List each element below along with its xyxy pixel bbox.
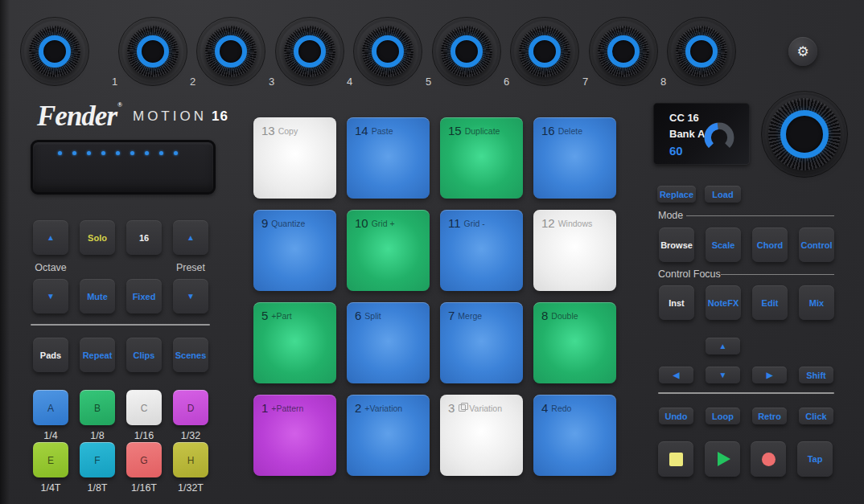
pad-count-button[interactable]: 16 bbox=[126, 220, 162, 255]
pad-3-copy-variation[interactable]: 3Variation bbox=[440, 395, 523, 476]
loop-button[interactable]: Loop bbox=[706, 408, 740, 424]
nav-left-button[interactable]: ◀ bbox=[659, 367, 693, 383]
knob-led-ring bbox=[137, 35, 169, 68]
right-arrow-icon: ▶ bbox=[767, 371, 773, 379]
panel-edge-shadow bbox=[0, 0, 10, 504]
record-button[interactable] bbox=[751, 441, 786, 477]
rate-pad-d[interactable]: D bbox=[173, 390, 208, 425]
knob-number-label: 2 bbox=[190, 76, 201, 88]
pad-14-paste[interactable]: 14Paste bbox=[347, 117, 430, 199]
focus-inst-button[interactable]: Inst bbox=[659, 285, 694, 320]
retro-button[interactable]: Retro bbox=[752, 408, 787, 424]
macro-knob-8[interactable] bbox=[667, 17, 736, 86]
mode-browse-button[interactable]: Browse bbox=[659, 227, 694, 262]
encoder-led-ring bbox=[780, 110, 829, 158]
shift-button[interactable]: Shift bbox=[799, 367, 833, 383]
down-arrow-icon: ▼ bbox=[719, 371, 727, 379]
rate-label: 1/32 bbox=[173, 430, 208, 441]
drum-pad-grid: 13Copy 14Paste 15Duplicate 16Delete 9Qua… bbox=[253, 117, 616, 476]
focus-edit-button[interactable]: Edit bbox=[752, 285, 788, 320]
mode-scale-button[interactable]: Scale bbox=[706, 227, 741, 262]
play-button[interactable] bbox=[705, 441, 740, 477]
led-display bbox=[31, 140, 216, 195]
click-button[interactable]: Click bbox=[799, 408, 833, 424]
macro-knob-2[interactable] bbox=[196, 17, 265, 86]
mode-control-button[interactable]: Control bbox=[799, 227, 834, 262]
fixed-button[interactable]: Fixed bbox=[126, 279, 162, 313]
rate-pad-h[interactable]: H bbox=[173, 442, 208, 477]
load-button[interactable]: Load bbox=[705, 186, 741, 203]
rate-pad-c[interactable]: C bbox=[126, 390, 162, 425]
pad-10-grid-plus[interactable]: 10Grid + bbox=[347, 210, 430, 291]
rate-pad-a[interactable]: A bbox=[33, 390, 68, 425]
macro-knob-3[interactable] bbox=[275, 17, 344, 86]
pad-16-delete[interactable]: 16Delete bbox=[533, 117, 616, 199]
preset-down-button[interactable]: ▼ bbox=[173, 279, 208, 313]
preset-up-button[interactable]: ▲ bbox=[173, 220, 208, 255]
knob-number-label: 1 bbox=[112, 76, 123, 88]
pad-2-add-variation[interactable]: 2+Variation bbox=[347, 395, 430, 476]
pad-9-quantize[interactable]: 9Quantize bbox=[253, 210, 336, 291]
pad-12-windows[interactable]: 12Windows bbox=[533, 210, 616, 291]
focus-notefx-button[interactable]: NoteFX bbox=[706, 285, 741, 320]
macro-knob-6[interactable] bbox=[510, 17, 579, 86]
pad-5-add-part[interactable]: 5+Part bbox=[253, 302, 336, 383]
rate-pad-g[interactable]: G bbox=[126, 442, 162, 477]
nav-down-button[interactable]: ▼ bbox=[706, 367, 740, 383]
pad-15-duplicate[interactable]: 15Duplicate bbox=[440, 117, 523, 199]
clips-button[interactable]: Clips bbox=[126, 338, 162, 372]
macro-knob-5[interactable] bbox=[432, 17, 501, 86]
macro-knob-1[interactable] bbox=[118, 17, 187, 86]
pad-11-grid-minus[interactable]: 11Grid - bbox=[440, 210, 523, 291]
scenes-button[interactable]: Scenes bbox=[173, 338, 208, 372]
knob-led-ring bbox=[529, 35, 561, 68]
rate-pad-f[interactable]: F bbox=[80, 442, 115, 477]
rate-label: 1/4T bbox=[33, 482, 68, 494]
main-encoder-knob[interactable] bbox=[761, 91, 848, 178]
tap-button[interactable]: Tap bbox=[797, 441, 833, 477]
undo-button[interactable]: Undo bbox=[659, 408, 693, 424]
repeat-button[interactable]: Repeat bbox=[80, 338, 115, 372]
knob-number-label: 7 bbox=[582, 76, 594, 88]
display-dot-row bbox=[33, 142, 213, 155]
rate-label: 1/8T bbox=[80, 482, 115, 494]
macro-knob-4[interactable] bbox=[353, 17, 422, 86]
nav-up-button[interactable]: ▲ bbox=[706, 338, 740, 354]
focus-mix-button[interactable]: Mix bbox=[799, 285, 834, 320]
octave-up-button[interactable]: ▲ bbox=[33, 220, 68, 255]
pad-1-add-pattern[interactable]: 1+Pattern bbox=[253, 395, 336, 476]
pad-8-double[interactable]: 8Double bbox=[533, 302, 616, 383]
display-dot bbox=[101, 151, 105, 155]
brand-logo: Fender® MOTION 16 bbox=[37, 102, 228, 130]
knob-led-ring bbox=[685, 35, 718, 68]
macro-knob-7[interactable] bbox=[589, 17, 658, 86]
stop-button[interactable] bbox=[658, 441, 693, 477]
mode-chord-button[interactable]: Chord bbox=[752, 227, 788, 262]
mute-button[interactable]: Mute bbox=[80, 279, 115, 313]
display-dot bbox=[116, 151, 120, 155]
control-focus-section-label: Control Focus bbox=[658, 268, 721, 280]
replace-button[interactable]: Replace bbox=[657, 186, 696, 203]
rate-pad-e[interactable]: E bbox=[33, 442, 68, 477]
settings-gear-button[interactable]: ⚙ bbox=[788, 37, 817, 66]
rate-pad-b[interactable]: B bbox=[80, 390, 115, 425]
display-dot bbox=[159, 151, 163, 155]
knob-led-ring bbox=[215, 35, 247, 68]
pads-button[interactable]: Pads bbox=[33, 338, 68, 372]
solo-button[interactable]: Solo bbox=[80, 220, 115, 255]
master-knob[interactable] bbox=[20, 17, 89, 86]
model-number: 16 bbox=[212, 109, 228, 125]
display-dot bbox=[130, 151, 134, 155]
bank-label: Bank A bbox=[669, 128, 705, 140]
octave-down-button[interactable]: ▼ bbox=[33, 279, 68, 313]
nav-right-button[interactable]: ▶ bbox=[752, 367, 787, 383]
rate-label: 1/16T bbox=[126, 482, 162, 494]
knob-led-ring bbox=[451, 35, 483, 68]
mode-section-label: Mode bbox=[658, 210, 683, 221]
pad-4-redo[interactable]: 4Redo bbox=[533, 395, 616, 476]
copy-icon bbox=[459, 404, 466, 412]
pad-13-copy[interactable]: 13Copy bbox=[253, 117, 336, 199]
pad-6-split[interactable]: 6Split bbox=[347, 302, 430, 383]
pad-7-merge[interactable]: 7Merge bbox=[440, 302, 523, 383]
octave-label: Octave bbox=[19, 262, 83, 273]
